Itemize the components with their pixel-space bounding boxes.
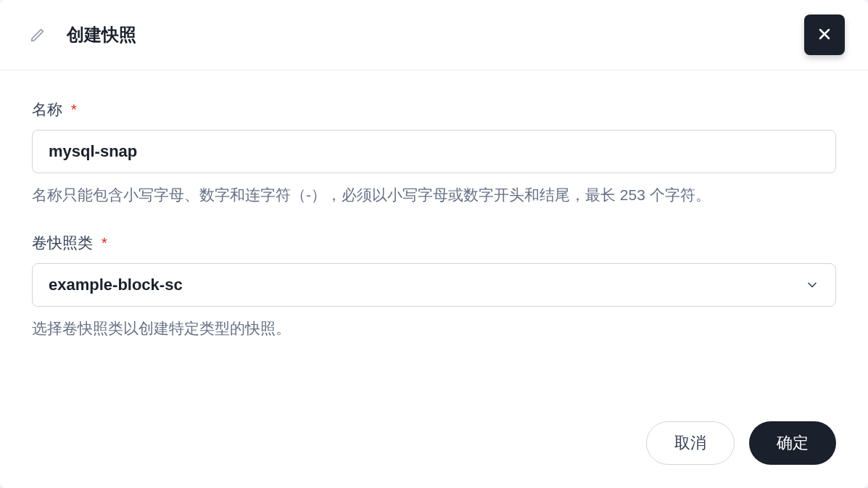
create-snapshot-modal: 创建快照 名称 * 名称只能包含小写字母、数字和连字符（-），必须以小写字母或数…	[0, 0, 868, 488]
required-asterisk: *	[71, 101, 77, 117]
modal-header-left: 创建快照	[29, 23, 136, 46]
modal-footer: 取消 确定	[0, 404, 868, 488]
close-icon	[816, 25, 833, 45]
snapshot-class-help-text: 选择卷快照类以创建特定类型的快照。	[32, 317, 836, 340]
cancel-button[interactable]: 取消	[646, 421, 735, 465]
name-label: 名称 *	[32, 99, 836, 120]
snapshot-class-field-group: 卷快照类 * example-block-sc 选择卷快照类以创建特定类型的快照…	[32, 233, 836, 340]
close-button[interactable]	[804, 15, 845, 55]
snapshot-class-select[interactable]: example-block-sc	[32, 263, 836, 307]
name-field-group: 名称 * 名称只能包含小写字母、数字和连字符（-），必须以小写字母或数字开头和结…	[32, 99, 836, 207]
pencil-icon	[29, 26, 46, 44]
modal-header: 创建快照	[0, 0, 868, 70]
name-help-text: 名称只能包含小写字母、数字和连字符（-），必须以小写字母或数字开头和结尾，最长 …	[32, 183, 836, 207]
modal-body: 名称 * 名称只能包含小写字母、数字和连字符（-），必须以小写字母或数字开头和结…	[0, 70, 868, 404]
confirm-button[interactable]: 确定	[749, 421, 836, 465]
snapshot-class-label-text: 卷快照类	[32, 234, 93, 251]
snapshot-class-label: 卷快照类 *	[32, 233, 836, 253]
snapshot-class-select-wrapper: example-block-sc	[32, 263, 836, 307]
name-input[interactable]	[32, 130, 836, 173]
name-label-text: 名称	[32, 101, 62, 117]
modal-title: 创建快照	[67, 23, 136, 46]
required-asterisk: *	[102, 234, 107, 251]
snapshot-class-value: example-block-sc	[49, 276, 183, 294]
chevron-down-icon	[805, 278, 819, 292]
